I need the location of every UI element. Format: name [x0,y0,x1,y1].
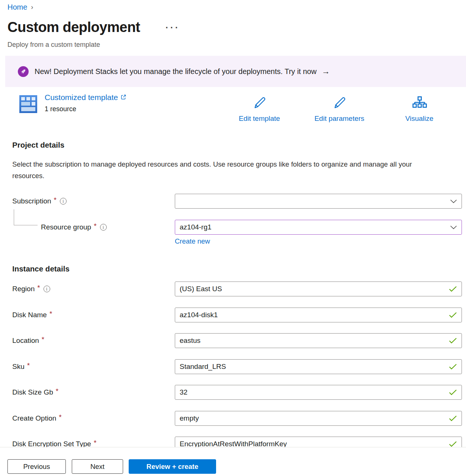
valid-check-icon [449,441,457,447]
region-label: Region * i [12,282,50,296]
project-details-heading: Project details [12,141,64,149]
previous-button[interactable]: Previous [7,459,66,474]
review-create-button[interactable]: Review + create [129,459,216,474]
info-icon[interactable]: i [60,198,67,205]
customized-template-link[interactable]: Customized template [45,93,126,102]
sku-label: Sku * [12,359,30,374]
external-link-icon [120,93,126,102]
required-asterisk: * [37,284,40,292]
visualize-label: Visualize [405,115,434,123]
instance-details-heading: Instance details [12,264,70,273]
disk-size-field[interactable]: 32 [175,385,462,400]
required-asterisk: * [94,222,96,230]
pencil-icon [332,95,347,112]
disk-name-label: Disk Name * [12,308,52,322]
page-title: Custom deployment [7,19,140,35]
sku-field[interactable]: Standard_LRS [175,359,462,374]
location-field[interactable]: eastus [175,333,462,348]
valid-check-icon [449,286,457,292]
resource-group-label: Resource group * i [41,220,107,235]
subscription-dropdown[interactable] [175,194,462,209]
visualize-icon [412,95,427,112]
required-asterisk: * [42,335,44,344]
valid-check-icon [449,415,457,421]
rocket-icon [18,66,29,77]
customized-template-label: Customized template [45,93,118,102]
create-option-label: Create Option * [12,411,62,426]
breadcrumb-separator: › [31,3,33,11]
subscription-label: Subscription * i [12,194,67,209]
required-asterisk: * [54,196,57,204]
chevron-down-icon [450,199,457,203]
visualize-button[interactable]: Visualize [396,95,443,123]
breadcrumb: Home › [7,3,33,12]
edit-parameters-button[interactable]: Edit parameters [307,95,372,123]
valid-check-icon [449,364,457,370]
info-icon[interactable]: i [44,286,50,292]
pencil-icon [252,95,267,112]
info-icon[interactable]: i [100,224,107,231]
required-asterisk: * [27,361,30,370]
deployment-stacks-banner[interactable]: New! Deployment Stacks let you manage th… [5,56,466,87]
valid-check-icon [449,389,457,395]
edit-template-label: Edit template [239,115,280,123]
resource-group-dropdown[interactable]: az104-rg1 [175,220,462,235]
banner-message: New! Deployment Stacks let you manage th… [35,67,316,76]
page-subtitle: Deploy from a custom template [7,41,100,49]
template-icon [18,94,39,116]
required-asterisk: * [94,439,96,447]
resource-group-value: az104-rg1 [180,223,450,231]
required-asterisk: * [49,310,52,318]
valid-check-icon [449,312,457,318]
more-options-icon[interactable]: ··· [165,22,180,33]
breadcrumb-home-link[interactable]: Home [7,3,27,12]
next-button[interactable]: Next [72,459,123,474]
arrow-right-icon[interactable]: → [322,67,330,76]
edit-template-button[interactable]: Edit template [231,95,288,123]
disk-size-label: Disk Size Gb * [12,385,58,400]
disk-name-field[interactable]: az104-disk1 [175,308,462,322]
chevron-down-icon [450,225,457,229]
location-label: Location * [12,333,44,348]
footer-bar: Previous Next Review + create [0,447,466,476]
project-details-description: Select the subscription to manage deploy… [12,158,444,181]
required-asterisk: * [56,387,58,395]
resource-count: 1 resource [45,105,76,113]
create-option-field[interactable]: empty [175,411,462,426]
valid-check-icon [449,338,457,344]
create-new-link[interactable]: Create new [175,237,210,245]
resource-group-connector-line [14,209,38,225]
edit-parameters-label: Edit parameters [314,115,364,123]
required-asterisk: * [59,413,61,421]
region-field[interactable]: (US) East US [175,282,462,296]
